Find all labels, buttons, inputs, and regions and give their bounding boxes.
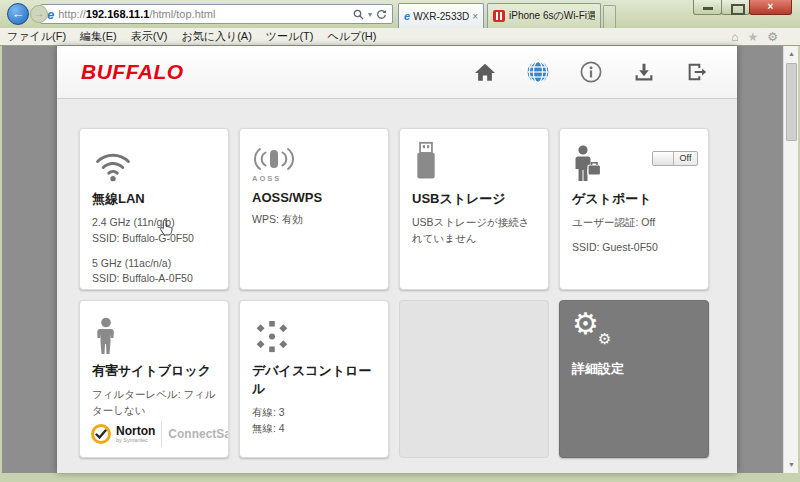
page-viewport: BUFFALO xyxy=(2,46,783,473)
norton-check-icon xyxy=(91,424,111,444)
menu-tools[interactable]: ツール(T) xyxy=(259,29,321,44)
chevron-down-icon[interactable]: ▾ xyxy=(368,10,372,19)
toggle-knob xyxy=(653,152,674,165)
ie-window: ← → e http://192.168.11.1/html/top.html … xyxy=(0,0,800,482)
header-nav xyxy=(473,46,737,98)
maximize-button[interactable] xyxy=(721,0,750,15)
ie-page-icon: e xyxy=(47,7,54,22)
hatena-bookmark-icon xyxy=(493,10,505,22)
guest-auth: ユーザー認証: Off xyxy=(572,215,696,231)
card-wireless-lan[interactable]: 無線LAN 2.4 GHz (11n/g/b) SSID: Buffalo-G-… xyxy=(79,128,229,290)
child-icon xyxy=(92,317,120,355)
guest-user-icon xyxy=(572,145,602,183)
card-title: 有害サイトブロック xyxy=(92,362,216,380)
wps-status: WPS: 有効 xyxy=(252,212,376,228)
home-icon[interactable]: ⌂ xyxy=(731,31,738,43)
guest-ssid: SSID: Guest-0F50 xyxy=(572,240,696,256)
scrollbar[interactable]: ▲ ▼ xyxy=(783,46,798,473)
connectsafe-wordmark: ConnectSafe xyxy=(168,427,229,441)
scroll-thumb[interactable] xyxy=(786,63,797,141)
browser-forward-button[interactable]: → xyxy=(30,5,48,23)
aoss-icon xyxy=(252,146,296,172)
norton-wordmark: Norton xyxy=(116,425,155,437)
window-controls: × xyxy=(694,0,792,15)
norton-byline: by Symantec xyxy=(116,438,155,444)
menu-help[interactable]: ヘルプ(H) xyxy=(320,29,383,44)
card-guest-port[interactable]: Off ゲストポート ユーザー認証: Off SSID: Guest-0F50 xyxy=(559,128,709,290)
card-grid: 無線LAN 2.4 GHz (11n/g/b) SSID: Buffalo-G-… xyxy=(79,128,709,458)
wireless-ssid-5: SSID: Buffalo-A-0F50 xyxy=(92,271,216,287)
logo-divider xyxy=(161,421,162,447)
home-icon[interactable] xyxy=(473,60,497,84)
card-device-control[interactable]: デバイスコントロール 有線: 3 無線: 4 xyxy=(239,300,389,458)
card-title: ゲストポート xyxy=(572,190,696,208)
wireless-band-5: 5 GHz (11ac/n/a) xyxy=(92,256,216,272)
menu-favorites[interactable]: お気に入り(A) xyxy=(174,29,258,44)
norton-connectsafe-logo: Norton by Symantec ConnectSafe xyxy=(91,421,229,447)
url-scheme: http:// xyxy=(58,8,86,20)
close-button[interactable]: × xyxy=(749,0,792,15)
favorites-star-icon[interactable]: ★ xyxy=(747,31,758,43)
card-title: 詳細設定 xyxy=(572,360,696,378)
wifi-icon xyxy=(92,147,134,183)
address-bar[interactable]: e http://192.168.11.1/html/top.html ▾ xyxy=(40,4,393,24)
scroll-down-button[interactable]: ▼ xyxy=(784,457,799,473)
globe-icon[interactable] xyxy=(526,60,550,84)
browser-back-button[interactable]: ← xyxy=(7,3,29,25)
device-wired-count: 有線: 3 xyxy=(252,405,376,421)
card-aoss-wps[interactable]: AOSS AOSS/WPS WPS: 有効 xyxy=(239,128,389,290)
url-path: /html/top.html xyxy=(149,8,215,20)
tab-router-admin[interactable]: e WXR-2533DHP - BUFFAL... × xyxy=(398,3,484,28)
card-usb-storage[interactable]: USBストレージ USBストレージが接続されていません xyxy=(399,128,549,290)
card-title: USBストレージ xyxy=(412,190,536,208)
usb-status: USBストレージが接続されていません xyxy=(412,215,536,247)
buffalo-panel: BUFFALO xyxy=(57,46,737,473)
wireless-ssid-24: SSID: Buffalo-G-0F50 xyxy=(92,231,216,247)
device-cluster-icon xyxy=(252,319,292,355)
menu-file[interactable]: ファイル(F) xyxy=(0,29,73,44)
gears-icon: ⚙ ⚙ xyxy=(572,313,696,353)
info-icon[interactable] xyxy=(579,60,603,84)
menu-edit[interactable]: 編集(E) xyxy=(73,29,124,44)
filter-level: フィルターレベル: フィルターしない xyxy=(92,387,216,419)
tab-title: iPhone 6sのWi-Fi選びには、... xyxy=(509,9,595,23)
menu-bar: ファイル(F) 編集(E) 表示(V) お気に入り(A) ツール(T) ヘルプ(… xyxy=(0,28,800,46)
guest-port-toggle[interactable]: Off xyxy=(652,151,698,166)
mouse-cursor-hand xyxy=(160,219,174,240)
aoss-icon-caption: AOSS xyxy=(252,174,281,183)
refresh-icon[interactable] xyxy=(376,9,387,20)
buffalo-logo: BUFFALO xyxy=(81,60,184,84)
toggle-label: Off xyxy=(674,152,697,165)
minimize-button[interactable] xyxy=(693,0,722,15)
logout-icon[interactable] xyxy=(685,60,709,84)
settings-gear-icon[interactable]: ⚙ xyxy=(767,31,778,43)
card-placeholder xyxy=(399,300,549,458)
card-title: デバイスコントロール xyxy=(252,362,376,398)
card-advanced-settings[interactable]: ⚙ ⚙ 詳細設定 xyxy=(559,300,709,458)
tab-title: WXR-2533DHP - BUFFAL... xyxy=(413,11,469,22)
ie-page-icon: e xyxy=(404,10,410,22)
tab-article[interactable]: iPhone 6sのWi-Fi選びには、... xyxy=(487,3,601,28)
new-tab-button[interactable] xyxy=(603,5,616,28)
card-site-filter[interactable]: 有害サイトブロック フィルターレベル: フィルターしない Norton by S… xyxy=(79,300,229,458)
menu-view[interactable]: 表示(V) xyxy=(124,29,175,44)
scroll-up-button[interactable]: ▲ xyxy=(784,46,799,62)
usb-icon xyxy=(412,141,440,183)
search-icon[interactable] xyxy=(353,9,364,20)
download-icon[interactable] xyxy=(632,60,656,84)
card-title: AOSS/WPS xyxy=(252,190,376,205)
wireless-band-24: 2.4 GHz (11n/g/b) xyxy=(92,215,216,231)
tab-close-icon[interactable]: × xyxy=(472,11,478,22)
card-title: 無線LAN xyxy=(92,190,216,208)
panel-header: BUFFALO xyxy=(57,46,737,99)
url-host: 192.168.11.1 xyxy=(86,8,150,20)
device-wireless-count: 無線: 4 xyxy=(252,421,376,437)
browser-top-bar: ← → e http://192.168.11.1/html/top.html … xyxy=(0,0,800,28)
